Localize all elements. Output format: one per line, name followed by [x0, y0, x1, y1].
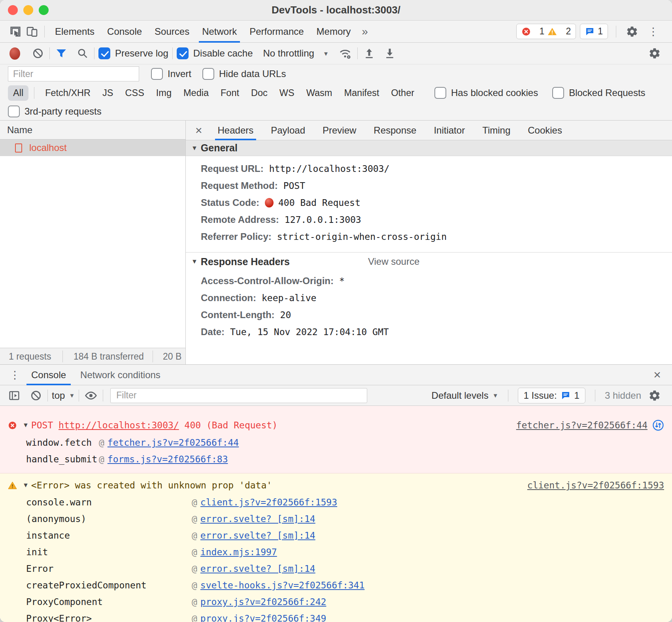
- detail-tab-response[interactable]: Response: [368, 121, 422, 140]
- detail-tab-initiator[interactable]: Initiator: [428, 121, 471, 140]
- window-title: DevTools - localhost:3003/: [0, 4, 672, 16]
- stack-location-link[interactable]: proxy.js?v=2f02566f:349: [200, 613, 327, 622]
- chip-wasm[interactable]: Wasm: [301, 85, 338, 101]
- titlebar: DevTools - localhost:3003/: [0, 0, 672, 21]
- chip-font[interactable]: Font: [215, 85, 244, 101]
- disable-cache-toggle[interactable]: Disable cache: [177, 47, 253, 59]
- inspect-element-icon[interactable]: [7, 23, 24, 40]
- hide-data-urls-toggle[interactable]: Hide data URLs: [202, 68, 286, 80]
- chip-img[interactable]: Img: [151, 85, 177, 101]
- stack-frame-row: window.fetch @ fetcher.js?v=2f02566f:44: [0, 434, 672, 451]
- clear-network-log-icon[interactable]: [30, 46, 45, 61]
- tab-performance[interactable]: Performance: [243, 21, 310, 43]
- tab-elements[interactable]: Elements: [49, 21, 101, 43]
- detail-tab-payload[interactable]: Payload: [265, 121, 311, 140]
- at-symbol: @: [192, 597, 197, 607]
- third-party-checkbox[interactable]: [8, 106, 20, 117]
- request-row-localhost[interactable]: localhost: [0, 139, 185, 156]
- export-har-icon[interactable]: [382, 46, 397, 61]
- preserve-log-toggle[interactable]: Preserve log: [98, 47, 168, 59]
- drawer-menu-kebab-icon[interactable]: ⋮: [6, 369, 24, 381]
- filter-funnel-icon[interactable]: [54, 46, 69, 61]
- preserve-log-checkbox[interactable]: [98, 47, 110, 59]
- disclosure-triangle-icon[interactable]: ▼: [23, 422, 29, 429]
- detail-tab-bar: × Headers Payload Preview Response Initi…: [186, 121, 672, 140]
- console-filter-input[interactable]: [110, 388, 367, 403]
- chip-manifest[interactable]: Manifest: [339, 85, 384, 101]
- general-section-header[interactable]: ▼ General: [186, 140, 672, 156]
- import-har-icon[interactable]: [362, 46, 377, 61]
- javascript-context-select[interactable]: top ▼: [52, 390, 75, 401]
- disclosure-triangle-icon[interactable]: ▼: [23, 482, 29, 489]
- stack-location-link[interactable]: client.js?v=2f02566f:1593: [200, 497, 337, 507]
- stack-location-link[interactable]: index.mjs:1997: [200, 547, 277, 557]
- drawer-tab-console[interactable]: Console: [24, 365, 73, 385]
- disable-cache-checkbox[interactable]: [177, 47, 189, 59]
- console-sidebar-icon[interactable]: [6, 388, 22, 403]
- chip-js[interactable]: JS: [97, 85, 118, 101]
- close-detail-icon[interactable]: ×: [191, 124, 206, 137]
- clear-console-icon[interactable]: [28, 388, 43, 403]
- stack-location-link[interactable]: error.svelte? [sm]:14: [200, 564, 315, 574]
- chip-doc[interactable]: Doc: [246, 85, 273, 101]
- tab-network[interactable]: Network: [196, 21, 243, 43]
- invert-toggle[interactable]: Invert: [151, 68, 191, 80]
- stack-location-link[interactable]: forms.js?v=2f02566f:83: [108, 454, 228, 464]
- live-expression-eye-icon[interactable]: [83, 388, 99, 403]
- error-source-link[interactable]: fetcher.js?v=2f02566f:44: [516, 420, 647, 430]
- resources-size: 20 B: [163, 351, 181, 362]
- chip-all[interactable]: All: [8, 85, 28, 101]
- detail-tab-timing[interactable]: Timing: [476, 121, 516, 140]
- detail-tab-cookies[interactable]: Cookies: [522, 121, 568, 140]
- reveal-in-network-icon[interactable]: [652, 419, 664, 431]
- throttling-select[interactable]: No throttling ▼: [263, 48, 328, 59]
- chip-fetch-xhr[interactable]: Fetch/XHR: [40, 85, 96, 101]
- detail-tab-headers[interactable]: Headers: [212, 121, 260, 140]
- console-settings-gear-icon[interactable]: [647, 388, 663, 403]
- network-filter-input[interactable]: [8, 66, 139, 81]
- invert-checkbox[interactable]: [151, 68, 163, 80]
- record-network-log-button[interactable]: [8, 46, 22, 61]
- tab-console[interactable]: Console: [101, 21, 148, 43]
- chip-other[interactable]: Other: [386, 85, 419, 101]
- issues-button[interactable]: 1 Issue: 1: [518, 388, 585, 403]
- network-settings-gear-icon[interactable]: [647, 45, 663, 61]
- third-party-toggle[interactable]: 3rd-party requests: [8, 106, 102, 117]
- chat-icon: [585, 27, 595, 36]
- chip-css[interactable]: CSS: [120, 85, 149, 101]
- chip-media[interactable]: Media: [178, 85, 214, 101]
- view-source-link[interactable]: View source: [368, 256, 419, 267]
- errors-warnings-badge[interactable]: 1 2: [516, 24, 576, 39]
- stack-location-link[interactable]: error.svelte? [sm]:14: [200, 530, 315, 541]
- network-conditions-wifi-icon[interactable]: [337, 45, 353, 62]
- search-icon[interactable]: [75, 46, 90, 61]
- stack-location-link[interactable]: proxy.js?v=2f02566f:242: [200, 597, 327, 607]
- blocked-requests-toggle[interactable]: Blocked Requests: [552, 87, 645, 99]
- chip-ws[interactable]: WS: [274, 85, 300, 101]
- stack-location-link[interactable]: fetcher.js?v=2f02566f:44: [108, 437, 239, 448]
- at-symbol: @: [192, 497, 197, 507]
- request-url-link[interactable]: http://localhost:3003/: [59, 420, 179, 430]
- has-blocked-cookies-checkbox[interactable]: [434, 87, 446, 99]
- drawer-tab-network-conditions[interactable]: Network conditions: [73, 365, 168, 385]
- more-tabs-button[interactable]: »: [357, 25, 373, 38]
- log-levels-select[interactable]: Default levels ▼: [432, 390, 498, 401]
- stack-frame-row: createProxiedComponent @ svelte-hooks.js…: [0, 577, 672, 594]
- has-blocked-cookies-toggle[interactable]: Has blocked cookies: [434, 87, 538, 99]
- stack-frame-row: Error @ error.svelte? [sm]:14: [0, 560, 672, 577]
- settings-gear-icon[interactable]: [624, 24, 640, 40]
- close-drawer-icon[interactable]: ×: [652, 366, 663, 384]
- tab-memory[interactable]: Memory: [310, 21, 357, 43]
- name-column-header[interactable]: Name: [0, 121, 185, 139]
- device-toolbar-icon[interactable]: [24, 23, 40, 40]
- tab-sources[interactable]: Sources: [148, 21, 196, 43]
- hide-data-urls-checkbox[interactable]: [202, 68, 214, 80]
- response-headers-section-header[interactable]: ▼ Response Headers View source: [186, 253, 672, 271]
- detail-tab-preview[interactable]: Preview: [317, 121, 362, 140]
- stack-location-link[interactable]: error.svelte? [sm]:14: [200, 514, 315, 524]
- messages-badge[interactable]: 1: [580, 24, 608, 39]
- main-menu-kebab-icon[interactable]: ⋮: [644, 25, 663, 38]
- stack-location-link[interactable]: svelte-hooks.js?v=2f02566f:341: [200, 580, 364, 590]
- blocked-requests-checkbox[interactable]: [552, 87, 564, 99]
- warning-source-link[interactable]: client.js?v=2f02566f:1593: [527, 480, 664, 490]
